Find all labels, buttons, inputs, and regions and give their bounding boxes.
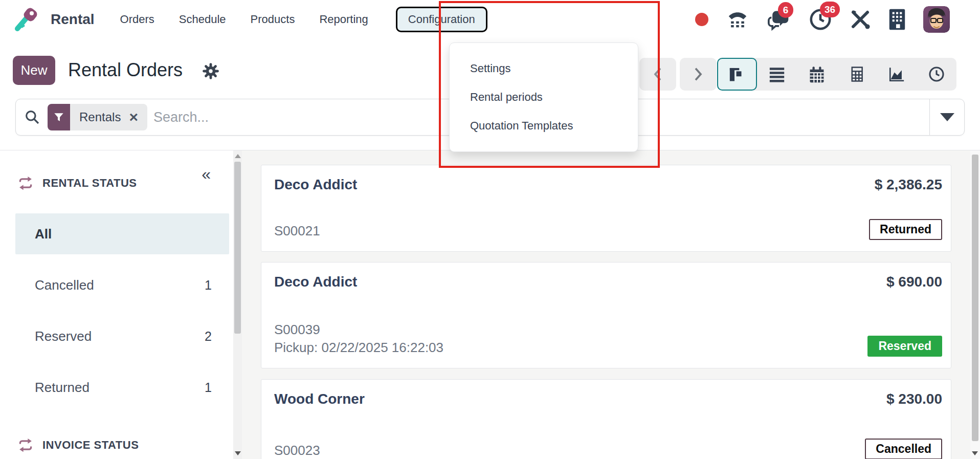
card-amount: $ 690.00 <box>886 274 942 290</box>
filter-remove-icon[interactable]: × <box>129 110 138 125</box>
nav-item-reporting[interactable]: Reporting <box>319 13 368 26</box>
sidebar-item-returned[interactable]: Returned 1 <box>15 367 229 408</box>
repeat-icon <box>18 438 33 453</box>
filter-funnel-icon <box>48 104 70 130</box>
scroll-up-icon[interactable] <box>235 154 241 158</box>
gear-icon[interactable] <box>202 62 219 80</box>
top-navbar: Rental Orders Schedule Products Reportin… <box>0 0 980 38</box>
invoice-status-section-header: INVOICE STATUS <box>18 438 139 453</box>
scroll-down-icon[interactable] <box>235 451 241 455</box>
status-badge: Cancelled <box>865 439 942 459</box>
nav-item-schedule[interactable]: Schedule <box>179 13 226 26</box>
new-button[interactable]: New <box>13 56 55 85</box>
recording-indicator-icon[interactable] <box>695 13 708 26</box>
main-area: « RENTAL STATUS All Cancelled <box>0 150 980 459</box>
sidebar-scrollbar[interactable] <box>233 150 242 459</box>
user-avatar[interactable] <box>923 6 950 33</box>
rental-app-logo-icon[interactable] <box>13 7 37 32</box>
graph-view-button[interactable] <box>877 58 917 91</box>
card-customer: Deco Addict <box>274 274 357 290</box>
pager-next-button[interactable] <box>680 58 717 91</box>
rental-status-items: All Cancelled 1 Reserved 2 Returned 1 <box>15 213 229 418</box>
menu-item-quotation-templates[interactable]: Quotation Templates <box>450 112 638 140</box>
filter-tag-rentals[interactable]: Rentals × <box>48 104 147 130</box>
section-title: INVOICE STATUS <box>42 439 139 452</box>
search-dropdown-toggle[interactable] <box>929 99 964 135</box>
card-amount: $ 230.00 <box>886 391 942 407</box>
page-title: Rental Orders <box>68 59 183 81</box>
kanban-card[interactable]: Wood Corner $ 230.00 S00023 Cancelled <box>261 379 951 459</box>
card-amount: $ 2,386.25 <box>875 177 942 193</box>
kanban-view-button[interactable] <box>717 58 757 91</box>
calendar-view-button[interactable] <box>797 58 837 91</box>
messages-count-badge: 6 <box>778 2 793 18</box>
window-scrollbar[interactable] <box>970 150 980 459</box>
sidebar-item-reserved[interactable]: Reserved 2 <box>15 316 229 357</box>
pager-previous-button[interactable] <box>639 58 676 91</box>
activities-count-badge: 36 <box>820 2 840 17</box>
kanban-view: Deco Addict $ 2,386.25 S00021 Returned D… <box>242 150 970 459</box>
scroll-down-icon[interactable] <box>972 451 978 455</box>
configuration-dropdown-menu: Settings Rental periods Quotation Templa… <box>449 42 638 152</box>
tools-icon[interactable] <box>850 9 871 30</box>
card-customer: Wood Corner <box>274 391 365 407</box>
activity-view-button[interactable] <box>917 58 956 91</box>
card-reference: S00023 <box>274 442 320 459</box>
kanban-card[interactable]: Deco Addict $ 2,386.25 S00021 Returned <box>261 165 951 252</box>
list-view-button[interactable] <box>757 58 797 91</box>
status-badge: Reserved <box>867 336 942 357</box>
pager <box>639 58 717 91</box>
card-reference: S00039 <box>274 321 443 339</box>
menu-item-rental-periods[interactable]: Rental periods <box>450 83 638 112</box>
messages-icon[interactable]: 6 <box>767 8 791 31</box>
section-title: RENTAL STATUS <box>42 177 137 190</box>
activities-clock-icon[interactable]: 36 <box>809 8 832 31</box>
pivot-view-button[interactable] <box>837 58 877 91</box>
view-switcher <box>717 58 956 91</box>
nav-item-orders[interactable]: Orders <box>120 13 154 26</box>
nav-left: Rental Orders Schedule Products Reportin… <box>0 7 487 32</box>
app-name[interactable]: Rental <box>51 11 95 28</box>
systray: 6 36 <box>695 0 950 38</box>
search-panel-sidebar: « RENTAL STATUS All Cancelled <box>0 150 233 459</box>
repeat-icon <box>18 176 33 191</box>
kanban-card[interactable]: Deco Addict $ 690.00 S00039 Pickup: 02/2… <box>261 262 951 368</box>
menu-item-settings[interactable]: Settings <box>450 54 638 83</box>
nav-item-configuration[interactable]: Configuration <box>396 7 487 32</box>
sidebar-scrollbar-thumb[interactable] <box>234 162 241 334</box>
window-scrollbar-thumb[interactable] <box>972 155 978 441</box>
card-pickup-datetime: Pickup: 02/22/2025 16:22:03 <box>274 339 443 357</box>
sidebar-collapse-icon[interactable]: « <box>202 166 211 182</box>
caret-down-icon <box>940 113 954 121</box>
company-building-icon[interactable] <box>888 8 906 31</box>
status-badge: Returned <box>869 219 942 240</box>
card-reference: S00021 <box>274 222 320 240</box>
search-icon <box>24 109 40 125</box>
sidebar-item-all[interactable]: All <box>15 213 229 254</box>
nav-item-products[interactable]: Products <box>251 13 295 26</box>
sidebar-item-cancelled[interactable]: Cancelled 1 <box>15 265 229 305</box>
filter-tag-label: Rentals <box>79 110 121 124</box>
phone-icon[interactable] <box>726 8 749 31</box>
card-customer: Deco Addict <box>274 177 357 193</box>
rental-status-section-header: RENTAL STATUS <box>18 176 137 191</box>
